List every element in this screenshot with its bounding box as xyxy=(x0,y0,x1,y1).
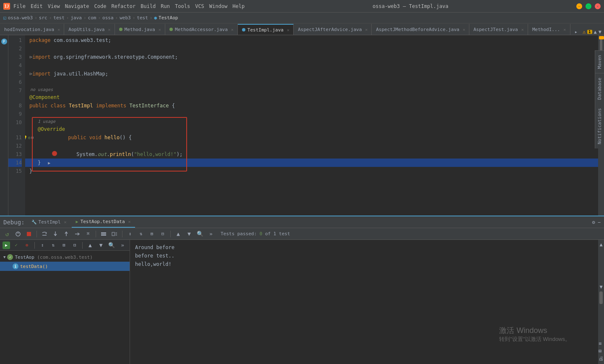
evaluate-button[interactable]: ⌘ xyxy=(83,229,93,239)
output-scrollbar[interactable]: ▲ ▼ ≡ ⊞ 🖨 🗑 xyxy=(598,240,604,364)
tab-close-icon[interactable]: ✕ xyxy=(563,27,566,32)
tab-close-icon[interactable]: ✕ xyxy=(231,27,234,32)
menu-build[interactable]: Build xyxy=(141,3,156,9)
menu-edit[interactable]: Edit xyxy=(31,3,43,9)
sort-button[interactable]: ↕ xyxy=(125,229,135,239)
tab-aspectJAfterAdvice[interactable]: AspectJAfterAdvice.java ✕ xyxy=(294,24,372,35)
tab-methodI[interactable]: MethodI... ✕ xyxy=(528,24,570,35)
tab-overflow[interactable]: ▸ xyxy=(572,29,580,35)
menu-code[interactable]: Code xyxy=(94,3,107,9)
tab-hodInvocation[interactable]: hodInvocation.java ✕ xyxy=(0,24,64,35)
more2-button[interactable]: » xyxy=(118,241,127,250)
tab-methodAccessor[interactable]: MethodAccessor.java ✕ xyxy=(165,24,238,35)
breadcrumb-src[interactable]: src xyxy=(39,15,47,21)
notifications-tab[interactable]: Notifications xyxy=(595,104,604,148)
search-button[interactable]: 🔍 xyxy=(195,229,205,239)
menu-bar[interactable]: File Edit View Navigate Code Refactor Bu… xyxy=(13,3,245,9)
more-button[interactable]: » xyxy=(206,229,216,239)
breadcrumb-com[interactable]: com xyxy=(88,15,96,21)
debug-tab-testImpl[interactable]: 🔧 TestImpl ✕ xyxy=(27,217,71,228)
output-icon-2[interactable]: ⊞ xyxy=(599,348,604,354)
group-button[interactable]: ⊟ xyxy=(158,229,167,239)
prev-button[interactable]: ▲ xyxy=(174,229,183,239)
menu-tools[interactable]: Tools xyxy=(175,3,190,9)
search2-button[interactable]: 🔍 xyxy=(107,241,117,250)
minimize-button[interactable]: − xyxy=(576,3,582,9)
project-tool-btn[interactable]: P xyxy=(1,39,7,44)
next-fail-button[interactable]: ▼ xyxy=(96,241,106,250)
maximize-button[interactable]: □ xyxy=(586,3,591,9)
breadcrumb-test2[interactable]: test xyxy=(137,15,148,21)
close-button[interactable]: ✕ xyxy=(595,3,601,9)
rerun-button[interactable]: ↺ xyxy=(3,229,12,239)
filter-button[interactable]: ⊞ xyxy=(147,229,156,239)
run-tests-button[interactable]: ▶ xyxy=(3,242,10,249)
tab-aspectJMethodBeforeAdvice[interactable]: AspectJMethodBeforeAdvice.java ✕ xyxy=(372,24,469,35)
test-status: Tests passed: 0 of 1 test xyxy=(221,231,290,237)
step-out-button[interactable] xyxy=(62,229,71,239)
tab-close-icon[interactable]: ✕ xyxy=(287,28,289,32)
window-controls[interactable]: − □ ✕ xyxy=(576,3,601,9)
next-button[interactable]: ▼ xyxy=(185,229,194,239)
collapse-icon[interactable]: ▼ xyxy=(599,29,601,35)
menu-view[interactable]: View xyxy=(48,3,60,9)
expand-button[interactable]: ⊞ xyxy=(60,241,69,250)
sort2-button[interactable]: ⇅ xyxy=(136,229,146,239)
breadcrumb-ossa[interactable]: ossa xyxy=(102,15,114,21)
sort2-button[interactable]: ⇅ xyxy=(49,241,58,250)
debugger-button[interactable] xyxy=(13,229,23,239)
menu-window[interactable]: Window xyxy=(209,3,227,9)
code-editor[interactable]: 1 2 3 4 5 6 7 8 9 10 11 12 13 14 15 pack… xyxy=(8,35,604,216)
breadcrumb-java[interactable]: java xyxy=(70,15,82,21)
run-to-cursor-button[interactable] xyxy=(73,229,82,239)
menu-navigate[interactable]: Navigate xyxy=(65,3,89,9)
debug-tree[interactable]: ▼ ✓ TestAop (com.ossa.web3.test) i testD… xyxy=(0,251,130,273)
tab-close-icon[interactable]: ✕ xyxy=(108,27,110,32)
tab-testImpl[interactable]: TestImpl.java ✕ xyxy=(238,24,294,35)
menu-vcs[interactable]: VCS xyxy=(195,3,204,9)
menu-file[interactable]: File xyxy=(13,3,26,9)
output-icon-1[interactable]: ≡ xyxy=(599,341,604,346)
tab-aopUtils[interactable]: AopUtils.java ✕ xyxy=(64,24,115,35)
database-tab[interactable]: Database xyxy=(595,73,604,104)
frames2-button[interactable] xyxy=(110,229,119,239)
output-scroll-thumb[interactable] xyxy=(599,291,603,304)
warning-icon: ⚠ xyxy=(583,29,586,35)
menu-refactor[interactable]: Refactor xyxy=(111,3,135,9)
debug-tab-testAop[interactable]: ▶ TestAop.testData ✕ xyxy=(72,217,135,228)
minimize-panel-icon[interactable]: − xyxy=(598,219,601,225)
tree-testData[interactable]: i testData() xyxy=(0,262,130,271)
breadcrumb-project[interactable]: ossa-web3 xyxy=(8,15,33,21)
tab-close-icon[interactable]: ✕ xyxy=(365,27,368,32)
tab-close-icon[interactable]: ✕ xyxy=(64,220,67,224)
menu-run[interactable]: Run xyxy=(161,3,170,9)
tab-close-icon[interactable]: ✕ xyxy=(128,219,131,224)
stop-button[interactable] xyxy=(24,229,34,239)
prev-fail-button[interactable]: ▲ xyxy=(86,241,95,250)
tab-close-icon[interactable]: ✕ xyxy=(521,27,524,32)
cancel-run-button[interactable]: ⊗ xyxy=(23,241,32,250)
tab-method[interactable]: Method.java ✕ xyxy=(115,24,165,35)
scroll-up-icon[interactable]: ▲ xyxy=(599,242,602,247)
collapse-button[interactable]: ⊟ xyxy=(70,241,79,250)
breadcrumb-test[interactable]: test xyxy=(53,15,65,21)
output-icon-3[interactable]: 🖨 xyxy=(599,356,604,361)
step-into-button[interactable] xyxy=(51,229,60,239)
tab-close-icon[interactable]: ✕ xyxy=(57,27,60,32)
maven-tab[interactable]: Maven xyxy=(595,50,604,73)
menu-help[interactable]: Help xyxy=(232,3,245,9)
tab-close-icon[interactable]: ✕ xyxy=(159,27,161,32)
scroll-down-icon[interactable]: ▼ xyxy=(599,284,602,290)
breadcrumb-web3[interactable]: web3 xyxy=(120,15,131,21)
breadcrumb-class[interactable]: TestAop xyxy=(159,15,178,21)
frames-button[interactable] xyxy=(99,229,108,239)
check-button[interactable]: ✓ xyxy=(12,241,21,250)
settings-icon[interactable]: ⚙ xyxy=(592,219,595,225)
tree-testAop[interactable]: ▼ ✓ TestAop (com.ossa.web3.test) xyxy=(0,252,130,262)
tab-close-icon[interactable]: ✕ xyxy=(463,27,465,32)
code-content[interactable]: package com.ossa.web3.test; ⊳import org.… xyxy=(25,35,598,216)
tab-aspectJTest[interactable]: AspectJTest.java ✕ xyxy=(469,24,528,35)
step-over-button[interactable] xyxy=(40,229,49,239)
expand-icon[interactable]: ▲ xyxy=(594,29,597,35)
sort-alpha-button[interactable]: ↕ xyxy=(38,241,47,250)
